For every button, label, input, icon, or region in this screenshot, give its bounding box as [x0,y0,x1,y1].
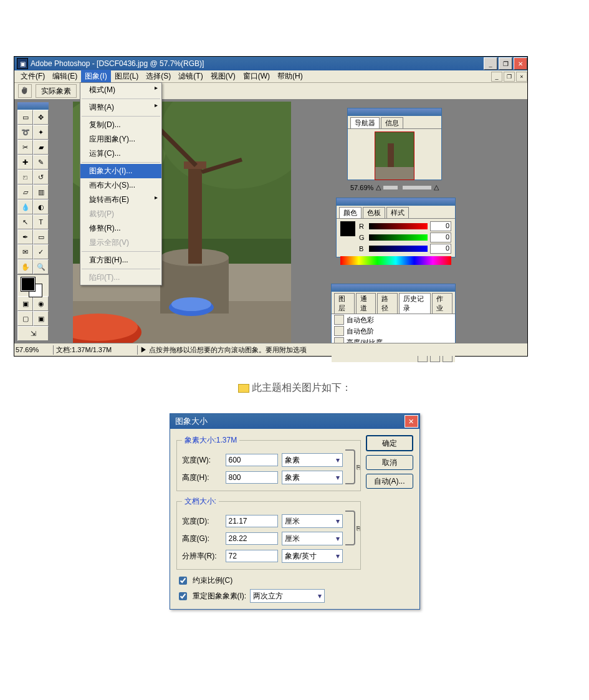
menu-rotate-canvas[interactable]: 旋转画布(E) [80,193,161,207]
tab-paths[interactable]: 路径 [377,293,398,314]
heal-tool-icon[interactable]: ✚ [17,155,33,170]
doc-minimize-button[interactable]: _ [491,72,502,82]
height-px-unit-select[interactable]: 象素 [282,471,343,484]
slice-tool-icon[interactable]: ▰ [33,140,49,155]
brush-tool-icon[interactable]: ✎ [33,155,49,170]
crop-tool-icon[interactable]: ✂ [17,140,33,155]
move-tool-icon[interactable]: ✥ [33,110,49,125]
g-input[interactable]: 0 [430,233,451,242]
auto-button[interactable]: 自动(A)... [366,474,413,489]
zoom-tool-icon[interactable]: 🔍 [33,259,49,274]
resample-method-select[interactable]: 两次立方 [250,589,325,603]
color-swatches[interactable] [17,274,49,296]
height-px-input[interactable] [226,471,278,484]
maximize-button[interactable]: ❐ [499,57,512,70]
minimize-button[interactable]: _ [484,57,497,70]
tab-history[interactable]: 历史记录 [399,293,431,314]
b-input[interactable]: 0 [430,244,451,254]
color-ramp[interactable] [340,256,451,265]
hand-tool-icon[interactable] [18,84,32,98]
doc-close-button[interactable]: × [516,72,527,82]
blur-tool-icon[interactable]: 💧 [17,199,33,214]
menu-filter[interactable]: 滤镜(T) [175,70,206,83]
notes-tool-icon[interactable]: ✉ [17,244,33,259]
standard-mode-icon[interactable]: ▣ [17,296,33,311]
pen-tool-icon[interactable]: ✒ [17,229,33,244]
lasso-tool-icon[interactable]: ➰ [17,125,33,140]
menu-window[interactable]: 窗口(W) [239,70,274,83]
dodge-tool-icon[interactable]: ◐ [33,199,49,214]
constrain-proportions-checkbox[interactable] [179,577,187,585]
screen-mode-1-icon[interactable]: ▢ [17,311,33,326]
color-swatch[interactable] [340,221,355,236]
menu-view[interactable]: 视图(V) [207,70,239,83]
r-slider[interactable] [369,223,428,229]
history-row[interactable]: 自动色彩 [332,314,455,325]
eyedropper-tool-icon[interactable]: ✓ [33,244,49,259]
r-input[interactable]: 0 [430,221,451,231]
path-tool-icon[interactable]: ↖ [17,214,33,229]
gradient-tool-icon[interactable]: ▥ [33,185,49,199]
wand-tool-icon[interactable]: ✦ [33,125,49,140]
marquee-tool-icon[interactable]: ▭ [17,110,33,125]
menu-duplicate[interactable]: 复制(D)... [80,118,161,132]
height-cm-input[interactable] [226,532,278,545]
menu-select[interactable]: 选择(S) [142,70,175,83]
menu-edit[interactable]: 编辑(E) [49,70,81,83]
zoom-in-icon[interactable]: △ [434,183,439,191]
panel-grip[interactable] [337,198,455,206]
menu-help[interactable]: 帮助(H) [274,70,307,83]
resolution-input[interactable] [226,550,278,562]
b-slider[interactable] [369,246,428,252]
dialog-close-button[interactable]: ✕ [405,415,418,428]
menu-image[interactable]: 图象(I) [81,70,110,83]
hand-nav-tool-icon[interactable]: ✋ [17,259,33,274]
foreground-color-swatch[interactable] [21,277,35,291]
jump-to-icon[interactable]: ⇲ [17,326,49,341]
tab-navigator[interactable]: 导航器 [350,117,380,128]
toolbox-grip[interactable] [17,102,49,110]
cancel-button[interactable]: 取消 [366,455,413,470]
menu-adjust[interactable]: 调整(A) [80,100,161,115]
resample-checkbox[interactable] [179,592,187,600]
zoom-out-icon[interactable]: △ [376,183,381,191]
tab-color[interactable]: 颜色 [339,207,362,218]
menu-histogram[interactable]: 直方图(H)... [80,253,161,267]
ok-button[interactable]: 确定 [366,435,413,451]
menu-mode[interactable]: 模式(M) [80,83,161,97]
tab-styles[interactable]: 样式 [386,207,409,218]
panel-grip[interactable] [332,284,455,292]
stamp-tool-icon[interactable]: ⏍ [17,170,33,185]
status-zoom[interactable]: 57.69% [14,346,53,353]
height-cm-unit-select[interactable]: 厘米 [282,532,343,545]
width-px-unit-select[interactable]: 象素 [282,453,343,467]
tab-swatches[interactable]: 色板 [363,207,385,218]
close-button[interactable]: ✕ [514,57,527,70]
width-cm-unit-select[interactable]: 厘米 [282,514,343,528]
tab-layers[interactable]: 图层 [334,293,355,314]
menu-trim[interactable]: 修整(R)... [80,221,161,236]
width-px-input[interactable] [226,454,278,466]
quickmask-mode-icon[interactable]: ◉ [33,296,49,311]
menu-image-size[interactable]: 图象大小(I)... [80,164,161,178]
navigator-thumbnail[interactable] [375,132,414,180]
resolution-unit-select[interactable]: 象素/英寸 [282,549,343,563]
history-row[interactable]: 自动色阶 [332,325,455,337]
zoom-slider[interactable] [383,186,431,189]
tab-channels[interactable]: 通道 [356,293,376,314]
screen-mode-2-icon[interactable]: ▣ [33,311,49,326]
menu-canvas-size[interactable]: 画布大小(S)... [80,178,161,193]
menu-calculations[interactable]: 运算(C)... [80,146,161,161]
panel-grip[interactable] [348,108,441,116]
doc-restore-button[interactable]: ❐ [504,72,515,82]
actual-pixels-button[interactable]: 实际象素 [36,84,77,98]
history-brush-tool-icon[interactable]: ↺ [33,170,49,185]
menu-file[interactable]: 文件(F) [17,70,49,83]
menu-apply-image[interactable]: 应用图象(Y)... [80,132,161,146]
shape-tool-icon[interactable]: ▭ [33,229,49,244]
g-slider[interactable] [369,234,428,241]
eraser-tool-icon[interactable]: ▱ [17,185,33,199]
width-cm-input[interactable] [226,515,278,527]
type-tool-icon[interactable]: T [33,214,49,229]
menu-layer[interactable]: 图层(L) [111,70,143,83]
